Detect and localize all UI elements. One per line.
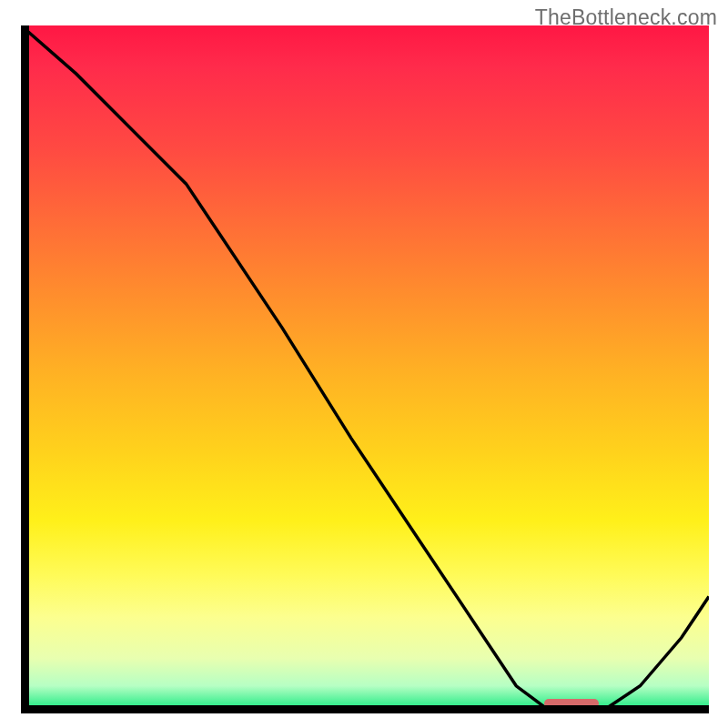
line-svg (21, 25, 709, 713)
highlight-marker (544, 699, 599, 708)
chart-container: TheBottleneck.com (0, 0, 728, 728)
bottleneck-curve-path (21, 25, 709, 713)
plot-area (21, 25, 709, 713)
